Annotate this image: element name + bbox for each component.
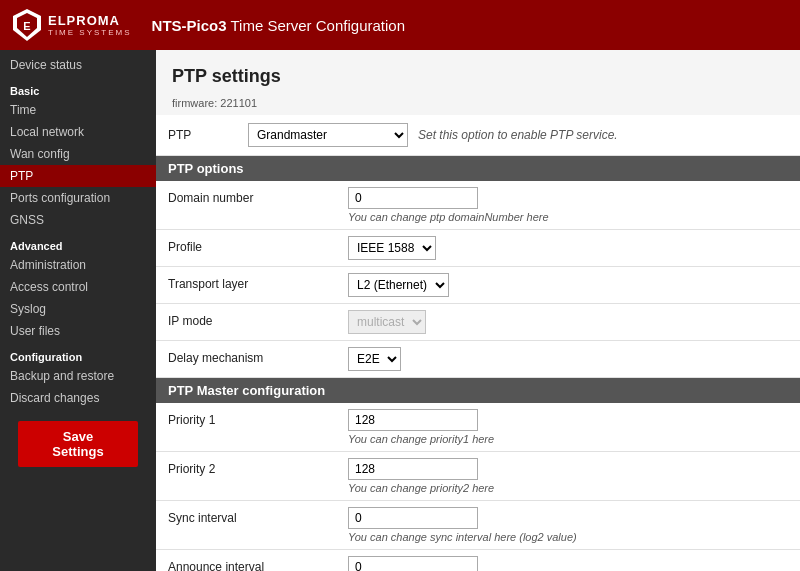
table-row: Delay mechanism E2E P2P [156, 341, 800, 378]
priority2-label: Priority 2 [156, 452, 336, 501]
sidebar-item-administration[interactable]: Administration [0, 254, 156, 276]
priority1-label: Priority 1 [156, 403, 336, 452]
delay-mechanism-cell: E2E P2P [336, 341, 800, 378]
ptp-select[interactable]: Grandmaster Slave Disabled [248, 123, 408, 147]
ptp-label: PTP [168, 128, 248, 142]
table-row: Transport layer L2 (Ethernet) UDP/IPv4 [156, 267, 800, 304]
sidebar-item-time[interactable]: Time [0, 99, 156, 121]
priority1-hint: You can change priority1 here [348, 433, 788, 445]
transport-layer-label: Transport layer [156, 267, 336, 304]
ip-mode-label: IP mode [156, 304, 336, 341]
table-row: IP mode multicast unicast [156, 304, 800, 341]
announce-interval-cell: You can change announce interval here (l… [336, 550, 800, 572]
sidebar-section-basic: Basic [0, 80, 156, 99]
domain-number-hint: You can change ptp domainNumber here [348, 211, 788, 223]
delay-mechanism-select[interactable]: E2E P2P [348, 347, 401, 371]
section-header-ptp-master: PTP Master configuration [156, 378, 800, 403]
section-header-ptp-options: PTP options [156, 156, 800, 181]
sync-interval-input[interactable] [348, 507, 478, 529]
header: E ELPROMA TIME SYSTEMS NTS-Pico3 Time Se… [0, 0, 800, 50]
sidebar-item-syslog[interactable]: Syslog [0, 298, 156, 320]
main-layout: Device status Basic Time Local network W… [0, 50, 800, 571]
sidebar-item-device-status[interactable]: Device status [0, 54, 156, 76]
sidebar-item-backup-and-restore[interactable]: Backup and restore [0, 365, 156, 387]
sidebar-item-ptp[interactable]: PTP [0, 165, 156, 187]
sidebar-item-access-control[interactable]: Access control [0, 276, 156, 298]
ptp-master-table: Priority 1 You can change priority1 here… [156, 403, 800, 571]
delay-mechanism-label: Delay mechanism [156, 341, 336, 378]
table-row: Announce interval You can change announc… [156, 550, 800, 572]
announce-interval-input[interactable] [348, 556, 478, 571]
firmware-info: firmware: 221101 [156, 95, 800, 115]
sidebar-item-wan-config[interactable]: Wan config [0, 143, 156, 165]
priority1-input[interactable] [348, 409, 478, 431]
content-area: PTP settings firmware: 221101 PTP Grandm… [156, 50, 800, 571]
logo-shield-icon: E [12, 8, 42, 42]
sidebar-item-ports-configuration[interactable]: Ports configuration [0, 187, 156, 209]
sidebar-section-configuration: Configuration [0, 346, 156, 365]
sidebar-item-discard-changes[interactable]: Discard changes [0, 387, 156, 409]
domain-number-input[interactable] [348, 187, 478, 209]
svg-text:E: E [23, 20, 30, 32]
ptp-hint: Set this option to enable PTP service. [418, 128, 618, 142]
ptp-top-row: PTP Grandmaster Slave Disabled Set this … [156, 115, 800, 156]
sync-interval-label: Sync interval [156, 501, 336, 550]
save-settings-button[interactable]: Save Settings [18, 421, 138, 467]
table-row: Priority 1 You can change priority1 here [156, 403, 800, 452]
logo-top: E ELPROMA TIME SYSTEMS [12, 8, 132, 42]
table-row: Sync interval You can change sync interv… [156, 501, 800, 550]
logo-text: ELPROMA TIME SYSTEMS [48, 13, 132, 37]
transport-layer-cell: L2 (Ethernet) UDP/IPv4 [336, 267, 800, 304]
domain-number-cell: You can change ptp domainNumber here [336, 181, 800, 230]
header-title: NTS-Pico3 Time Server Configuration [152, 17, 405, 34]
ptp-options-table: Domain number You can change ptp domainN… [156, 181, 800, 378]
ip-mode-cell: multicast unicast [336, 304, 800, 341]
profile-select[interactable]: IEEE 1588 G.8275.1 [348, 236, 436, 260]
sidebar-item-local-network[interactable]: Local network [0, 121, 156, 143]
priority2-hint: You can change priority2 here [348, 482, 788, 494]
ip-mode-select[interactable]: multicast unicast [348, 310, 426, 334]
domain-number-label: Domain number [156, 181, 336, 230]
profile-label: Profile [156, 230, 336, 267]
table-row: Profile IEEE 1588 G.8275.1 [156, 230, 800, 267]
profile-cell: IEEE 1588 G.8275.1 [336, 230, 800, 267]
priority1-cell: You can change priority1 here [336, 403, 800, 452]
priority2-cell: You can change priority2 here [336, 452, 800, 501]
sidebar: Device status Basic Time Local network W… [0, 50, 156, 571]
priority2-input[interactable] [348, 458, 478, 480]
logo-area: E ELPROMA TIME SYSTEMS [12, 8, 132, 42]
sidebar-section-advanced: Advanced [0, 235, 156, 254]
sync-interval-cell: You can change sync interval here (log2 … [336, 501, 800, 550]
table-row: Priority 2 You can change priority2 here [156, 452, 800, 501]
page-title: PTP settings [156, 56, 800, 95]
announce-interval-label: Announce interval [156, 550, 336, 572]
table-row: Domain number You can change ptp domainN… [156, 181, 800, 230]
sync-interval-hint: You can change sync interval here (log2 … [348, 531, 788, 543]
sidebar-item-gnss[interactable]: GNSS [0, 209, 156, 231]
sidebar-item-user-files[interactable]: User files [0, 320, 156, 342]
transport-layer-select[interactable]: L2 (Ethernet) UDP/IPv4 [348, 273, 449, 297]
